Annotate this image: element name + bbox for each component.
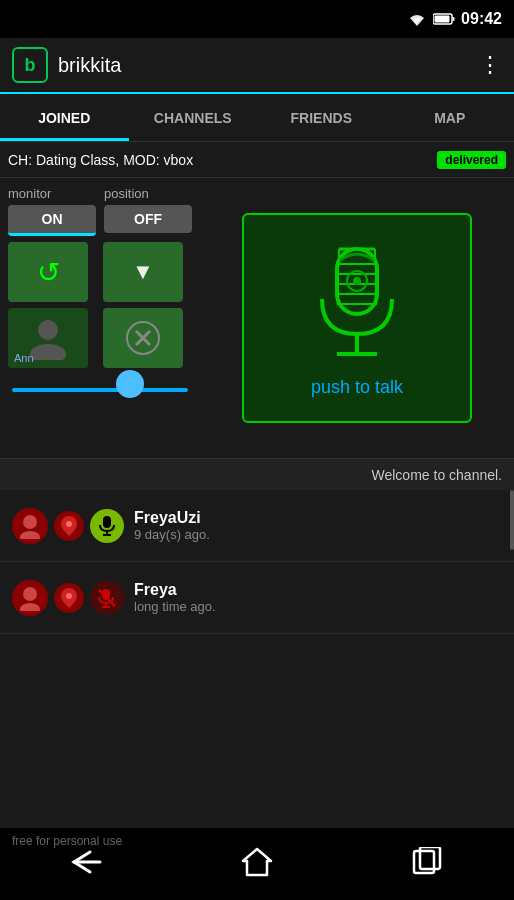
app-logo: b xyxy=(12,47,48,83)
slider-container xyxy=(8,378,192,396)
ann-button[interactable]: Ann Ann xyxy=(8,308,88,368)
refresh-button[interactable]: ↺ xyxy=(8,242,88,302)
channel-header: CH: Dating Class, MOD: vbox delivered xyxy=(0,142,514,178)
tab-friends[interactable]: FRIENDS xyxy=(257,94,386,141)
bottom-nav: free for personal use xyxy=(0,828,514,900)
user-icons-1 xyxy=(12,508,124,544)
position-label: position xyxy=(104,186,192,201)
push-to-talk-button[interactable]: push to talk xyxy=(242,213,472,423)
svg-point-22 xyxy=(23,515,37,529)
volume-slider[interactable] xyxy=(12,388,188,392)
home-button[interactable] xyxy=(241,847,273,877)
microphone-icon xyxy=(297,239,417,369)
channel-info: CH: Dating Class, MOD: vbox xyxy=(8,152,437,168)
tab-map[interactable]: MAP xyxy=(386,94,515,141)
battery-icon xyxy=(433,12,455,26)
tab-bar: JOINED CHANNELS FRIENDS MAP xyxy=(0,94,514,142)
ptt-label: push to talk xyxy=(311,377,403,398)
dropdown-button[interactable]: ▼ xyxy=(103,242,183,302)
tab-joined[interactable]: JOINED xyxy=(0,94,129,141)
welcome-text: Welcome to channel. xyxy=(372,467,502,483)
top-bar: b brikkita ⋮ xyxy=(0,38,514,94)
status-time: 09:42 xyxy=(461,10,502,28)
svg-rect-2 xyxy=(435,16,450,23)
status-icons: 09:42 xyxy=(407,10,502,28)
main-content: monitor ON position OFF ↺ ▼ Ann Ann xyxy=(0,178,514,458)
svg-point-28 xyxy=(23,587,37,601)
user-name-2: Freya xyxy=(134,581,502,599)
scroll-indicator xyxy=(510,490,514,550)
user-time-1: 9 day(s) ago. xyxy=(134,527,502,542)
svg-point-24 xyxy=(66,521,72,527)
user-info-2: Freya long time ago. xyxy=(134,581,502,614)
svg-point-4 xyxy=(30,344,66,360)
close-button[interactable] xyxy=(103,308,183,368)
mic-icon-2 xyxy=(90,581,124,615)
location-icon-1 xyxy=(54,511,84,541)
tab-channels[interactable]: CHANNELS xyxy=(129,94,258,141)
svg-point-29 xyxy=(20,603,40,611)
location-icon-2 xyxy=(54,583,84,613)
mic-icon-1 xyxy=(90,509,124,543)
svg-point-23 xyxy=(20,531,40,539)
app-name: brikkita xyxy=(58,54,479,77)
user-icons-2 xyxy=(12,580,124,616)
welcome-bar: Welcome to channel. xyxy=(0,458,514,490)
back-button[interactable] xyxy=(68,848,104,876)
avatar-1 xyxy=(12,508,48,544)
delivered-badge: delivered xyxy=(437,151,506,169)
user-time-2: long time ago. xyxy=(134,599,502,614)
personal-use-label: free for personal use xyxy=(12,834,122,848)
right-panel: push to talk xyxy=(200,178,514,458)
status-bar: 09:42 xyxy=(0,0,514,38)
svg-point-18 xyxy=(353,277,361,285)
monitor-on-button[interactable]: ON xyxy=(8,205,96,236)
recent-apps-button[interactable] xyxy=(410,847,446,877)
menu-button[interactable]: ⋮ xyxy=(479,52,502,78)
svg-rect-1 xyxy=(453,17,455,21)
wifi-icon xyxy=(407,12,427,26)
users-list: FreyaUzi 9 day(s) ago. xyxy=(0,490,514,634)
monitor-label: monitor xyxy=(8,186,96,201)
avatar-2 xyxy=(12,580,48,616)
table-row: FreyaUzi 9 day(s) ago. xyxy=(0,490,514,562)
grid-buttons: ↺ ▼ Ann Ann xyxy=(8,242,192,368)
user-name-1: FreyaUzi xyxy=(134,509,502,527)
position-off-button[interactable]: OFF xyxy=(104,205,192,233)
position-col: position OFF xyxy=(104,186,192,236)
monitor-position-row: monitor ON position OFF xyxy=(8,186,192,236)
user-info-1: FreyaUzi 9 day(s) ago. xyxy=(134,509,502,542)
monitor-col: monitor ON xyxy=(8,186,96,236)
svg-rect-25 xyxy=(103,516,111,528)
svg-point-3 xyxy=(38,320,58,340)
left-panel: monitor ON position OFF ↺ ▼ Ann Ann xyxy=(0,178,200,458)
svg-point-30 xyxy=(66,593,72,599)
table-row: Freya long time ago. xyxy=(0,562,514,634)
